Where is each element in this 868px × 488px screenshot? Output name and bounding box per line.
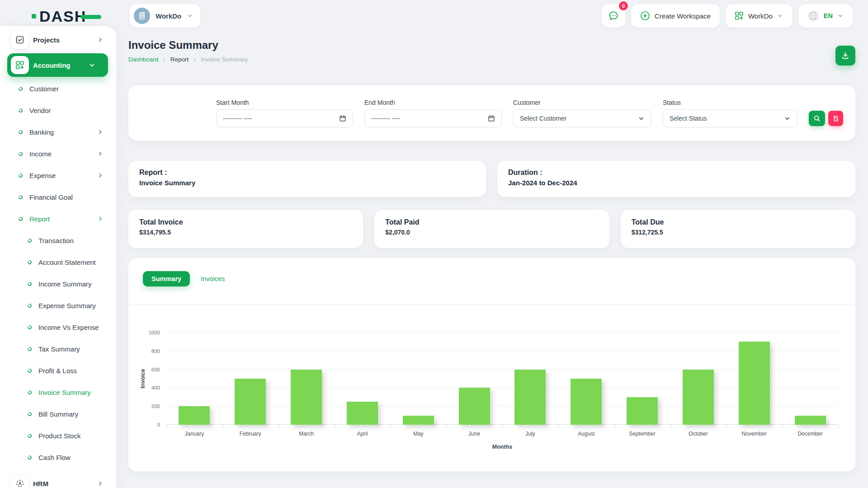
workspace-avatar [134,8,150,24]
sidebar-item-product-stock[interactable]: Product Stock [0,425,116,446]
breadcrumb-separator: › [163,56,165,63]
report-submenu: Transaction Account Statement Income Sum… [0,230,116,468]
bullet-icon [18,151,24,157]
sidebar-item-label: Accounting [33,61,71,69]
sidebar-item-cash-flow[interactable]: Cash Flow [0,446,116,468]
sidebar-subitem-label: Transaction [38,237,74,244]
sidebar-subitem-label: Account Statement [38,258,96,266]
sidebar-item-banking[interactable]: Banking [0,121,116,143]
workspace-switcher[interactable]: WorkDo [130,4,200,28]
report-card: Report : Invoice Summary [128,161,486,197]
sidebar-item-tax-summary[interactable]: Tax Summary [0,338,116,360]
invoice-bar-chart: Invoice Months 02004006008001000JanuaryF… [166,333,838,425]
sidebar-item-customer[interactable]: Customer [0,78,116,99]
sidebar-item-report[interactable]: Report [0,208,116,230]
x-tick-mark [502,425,503,428]
sidebar-subitem-label: Expense [29,172,56,179]
filter-buttons [809,111,843,126]
sidebar-item-financial-goal[interactable]: Financial Goal [0,186,116,208]
sidebar-item-transaction[interactable]: Transaction [0,230,116,251]
duration-value: Jan-2024 to Dec-2024 [508,179,844,187]
total-due-value: $312,725.5 [632,229,844,236]
tab-invoices[interactable]: Invoices [200,271,226,286]
end-month-input[interactable]: --------- ---- [364,109,502,127]
bullet-icon [18,173,24,178]
x-tick-mark [335,425,335,428]
sidebar-subitem-label: Vendor [29,107,51,114]
breadcrumb-separator: › [193,56,196,63]
y-tick-label: 0 [139,422,160,427]
totals-row: Total Invoice $314,795.5 Total Paid $2,0… [128,210,855,248]
breadcrumb-report[interactable]: Report [170,56,189,63]
chevron-down-icon [784,115,791,122]
sidebar-item-accounting[interactable]: Accounting [7,53,108,77]
customer-select[interactable]: Select Customer [513,109,651,127]
sidebar-item-hrm[interactable]: HRM [0,473,116,488]
bar-may [403,416,434,425]
x-tick-mark [838,425,839,428]
sidebar-item-income-vs-expense[interactable]: Income Vs Expense [0,316,116,338]
sidebar-subitem-label: Invoice Summary [38,389,91,396]
search-button[interactable] [809,111,825,126]
sidebar-item-invoice-summary[interactable]: Invoice Summary [0,381,116,403]
x-tick-mark [446,425,447,428]
accounting-submenu: Customer Vendor Banking Income Expense F… [0,78,116,230]
x-tick-label: March [278,431,335,437]
status-select[interactable]: Select Status [663,109,797,127]
chevron-right-icon [97,172,104,178]
y-tick-label: 400 [139,385,160,390]
logo-text-h: H [75,8,87,25]
sidebar-item-income-summary[interactable]: Income Summary [0,273,116,295]
x-tick-label: April [335,431,391,437]
bar-august [571,379,602,425]
bullet-icon [27,259,33,265]
x-tick-label: August [558,431,614,437]
gridline [166,406,838,406]
customer-group: Customer Select Customer [513,99,651,127]
workdo-menu-button[interactable]: WorkDo [726,4,793,28]
start-month-group: Start Month --------- ---- [216,99,353,127]
end-month-placeholder: --------- ---- [371,115,401,122]
chevron-down-icon [89,62,95,69]
download-icon [841,51,850,60]
start-month-label: Start Month [216,99,353,106]
sidebar-item-expense[interactable]: Expense [0,164,116,186]
x-tick-label: November [726,431,782,437]
chevron-right-icon [97,129,104,135]
bar-october [683,370,714,425]
bar-december [795,416,826,425]
sidebar-item-projects[interactable]: Projects [0,29,116,51]
bullet-icon [27,389,33,395]
total-due-card: Total Due $312,725.5 [621,210,855,248]
calendar-icon [339,115,346,122]
breadcrumb-dashboard[interactable]: Dashboard [128,56,158,63]
x-tick-mark [166,425,167,428]
tab-summary[interactable]: Summary [143,271,190,286]
bullet-icon [27,411,33,417]
sidebar-item-income[interactable]: Income [0,143,116,164]
sidebar-item-expense-summary[interactable]: Expense Summary [0,295,116,316]
chevron-down-icon [777,13,783,19]
sidebar-item-vendor[interactable]: Vendor [0,99,116,121]
language-selector[interactable]: EN [798,4,853,28]
sidebar-item-profit-loss[interactable]: Profit & Loss [0,360,116,381]
total-invoice-label: Total Invoice [139,218,352,226]
gridline [166,369,838,370]
x-tick-mark [558,425,559,428]
report-label: Report : [139,169,475,177]
sidebar-item-account-statement[interactable]: Account Statement [0,251,116,273]
download-button[interactable] [835,46,855,66]
checkbox-icon [11,31,29,49]
create-workspace-button[interactable]: Create Workspace [631,4,720,28]
main-content: Invoice Summary Dashboard › Report › Inv… [128,33,855,471]
x-tick-mark [390,425,391,428]
x-tick-mark [782,425,783,428]
duration-label: Duration : [508,169,844,177]
dashed-circle-icon [11,474,29,488]
sidebar-subitem-label: Banking [29,128,54,136]
sidebar-item-bill-summary[interactable]: Bill Summary [0,403,116,425]
building-icon [137,11,146,20]
reset-button[interactable] [828,111,843,126]
messages-button[interactable]: 0 [602,4,625,28]
start-month-input[interactable]: --------- ---- [216,109,353,127]
